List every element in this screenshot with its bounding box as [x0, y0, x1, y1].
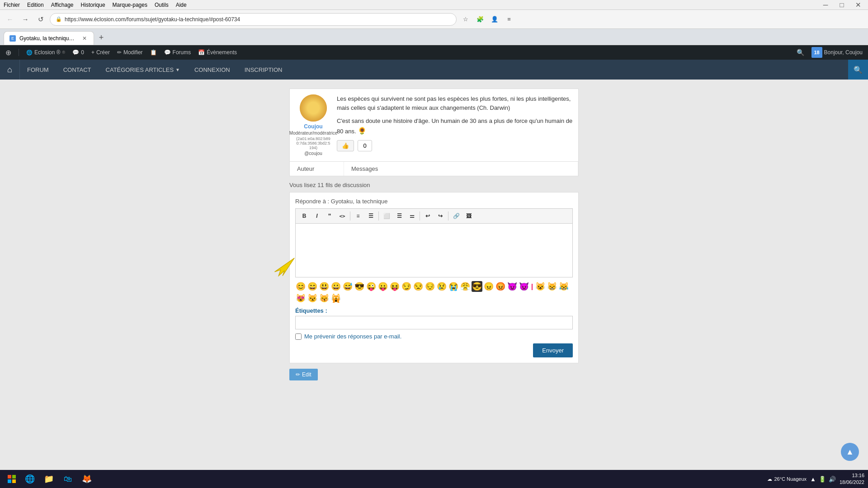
taskbar-explorer-icon[interactable]: 📁	[40, 471, 58, 487]
emoji-15[interactable]: 😤	[460, 281, 471, 292]
toolbar-ul-button[interactable]: ≡	[352, 211, 364, 221]
emoji-27[interactable]: 🙀	[330, 293, 341, 304]
toolbar-align-center-button[interactable]: ☰	[393, 211, 405, 221]
emoji-16[interactable]: 😎	[472, 281, 482, 292]
notify-label[interactable]: Me prévenir des réponses par e-mail.	[304, 333, 401, 340]
weather-widget[interactable]: ☁ 26°C Nuageux	[767, 476, 807, 482]
toolbar-bold-button[interactable]: B	[298, 211, 310, 221]
menu-outils[interactable]: Outils	[155, 2, 169, 8]
wp-search-icon[interactable]: 🔍	[797, 49, 804, 56]
menu-aide[interactable]: Aide	[176, 2, 187, 8]
battery-icon[interactable]: 🔋	[819, 476, 826, 483]
nav-contact[interactable]: CONTACT	[56, 60, 99, 80]
menu-marquepages[interactable]: Marque-pages	[113, 2, 147, 8]
emoji-19[interactable]: 😈	[507, 281, 518, 292]
emoji-18[interactable]: 😡	[495, 281, 506, 292]
emoji-24[interactable]: 😻	[295, 293, 306, 304]
emoji-8[interactable]: 😛	[377, 281, 388, 292]
emoji-17[interactable]: 😠	[483, 281, 494, 292]
wp-modifier-link[interactable]: ✏ Modifier	[117, 49, 143, 56]
taskbar-firefox-icon[interactable]: 🦊	[78, 471, 96, 487]
emoji-12[interactable]: 😔	[425, 281, 435, 292]
emoji-6[interactable]: 😎	[354, 281, 365, 292]
site-search-button[interactable]: 🔍	[848, 60, 868, 80]
toolbar-ol-button[interactable]: ☰	[365, 211, 377, 221]
emoji-20[interactable]: 👿	[519, 281, 529, 292]
wp-create-link[interactable]: + Créer	[91, 49, 110, 56]
reload-button[interactable]: ↺	[34, 13, 47, 26]
volume-icon[interactable]: 🔊	[829, 476, 836, 483]
notify-checkbox[interactable]	[295, 333, 302, 340]
submit-button[interactable]: Envoyer	[533, 343, 573, 357]
tab-active[interactable]: E Gyotaku, la technique - Éclosio... ✕	[4, 31, 94, 45]
wp-forums-link[interactable]: 💬 Forums	[164, 49, 191, 56]
forward-button[interactable]: →	[19, 13, 32, 26]
emoji-23[interactable]: 😹	[558, 281, 569, 292]
etiquettes-input[interactable]	[295, 316, 573, 329]
toolbar-image-button[interactable]: 🖼	[463, 211, 475, 221]
minimize-button[interactable]: ─	[819, 0, 832, 11]
back-button[interactable]: ←	[4, 13, 16, 26]
taskbar-store-icon[interactable]: 🛍	[59, 471, 77, 487]
account-icon[interactable]: 👤	[488, 13, 501, 26]
toolbar-redo-button[interactable]: ↪	[434, 211, 446, 221]
emoji-2[interactable]: 😄	[307, 281, 318, 292]
emoji-10[interactable]: 😏	[401, 281, 412, 292]
page-content: Coujou Modérateur/modératrice (2a01:e0a:…	[0, 80, 868, 389]
toolbar-undo-button[interactable]: ↩	[422, 211, 434, 221]
emoji-11[interactable]: 😒	[413, 281, 424, 292]
emoji-21[interactable]: 😺	[535, 281, 546, 292]
emoji-4[interactable]: 😀	[330, 281, 341, 292]
address-bar[interactable]: 🔒 https://www.éclosion.com/forums/sujet/…	[50, 13, 457, 26]
firefox-menu-icon[interactable]: ≡	[503, 13, 515, 26]
taskbar-edge-icon[interactable]: 🌐	[21, 471, 39, 487]
emoji-1[interactable]: 😊	[295, 281, 306, 292]
emoji-5[interactable]: 😅	[342, 281, 353, 292]
etiquettes-label: Étiquettes :	[295, 307, 573, 314]
extensions-icon[interactable]: 🧩	[474, 13, 486, 26]
emoji-3[interactable]: 😃	[319, 281, 330, 292]
scroll-top-button[interactable]: ▲	[841, 443, 859, 461]
nav-forum[interactable]: FORUM	[20, 60, 56, 80]
toolbar-blockquote-button[interactable]: "	[324, 211, 335, 221]
wp-site-link[interactable]: 🌐 Eclosion ® ®	[26, 49, 65, 56]
comments-count: 0	[81, 49, 84, 56]
wp-bbpress-icon[interactable]: 📋	[150, 49, 157, 56]
toolbar-italic-button[interactable]: I	[311, 211, 323, 221]
network-icon[interactable]: ▲	[810, 476, 816, 483]
toolbar-code-button[interactable]: <>	[336, 211, 348, 221]
bookmark-star-icon[interactable]: ☆	[459, 13, 472, 26]
restore-button[interactable]: □	[835, 0, 848, 11]
like-button[interactable]: 👍	[337, 140, 354, 151]
nav-connexion[interactable]: CONNEXION	[187, 60, 237, 80]
wp-events-link[interactable]: 📅 Évènements	[198, 49, 237, 56]
emoji-22[interactable]: 😸	[547, 281, 557, 292]
emoji-9[interactable]: 😝	[389, 281, 400, 292]
menu-historique[interactable]: Historique	[81, 2, 105, 8]
menu-fichier[interactable]: Fichier	[4, 2, 20, 8]
nav-categories[interactable]: CATÉGORIES ARTICLES ▼	[99, 60, 187, 80]
toolbar-align-left-button[interactable]: ⬜	[381, 211, 392, 221]
clock-widget[interactable]: 13:16 18/06/2022	[840, 472, 864, 486]
menu-edition[interactable]: Edition	[27, 2, 44, 8]
emoji-26[interactable]: 😽	[319, 293, 330, 304]
close-button[interactable]: ✕	[852, 0, 864, 11]
home-nav-button[interactable]: ⌂	[0, 60, 20, 80]
menu-affichage[interactable]: Affichage	[51, 2, 74, 8]
windows-start-button[interactable]	[4, 471, 20, 487]
edit-button[interactable]: ✏ Edit	[289, 369, 318, 380]
toolbar-sep-3	[420, 211, 420, 221]
wp-comments-link[interactable]: 💬 0	[72, 49, 84, 56]
emoji-13[interactable]: 😢	[436, 281, 447, 292]
nav-inscription[interactable]: INSCRIPTION	[237, 60, 290, 80]
new-tab-button[interactable]: +	[95, 31, 108, 44]
wp-user-greeting[interactable]: 18 Bonjour, Coujou	[811, 47, 863, 58]
wp-logo-icon[interactable]: ⊕	[5, 48, 11, 57]
emoji-7[interactable]: 😜	[366, 281, 377, 292]
reply-text-editor[interactable]	[295, 223, 573, 277]
toolbar-link-button[interactable]: 🔗	[450, 211, 462, 221]
tab-close-button[interactable]: ✕	[81, 35, 88, 42]
toolbar-justify-button[interactable]: ⚌	[406, 211, 418, 221]
emoji-14[interactable]: 😭	[448, 281, 459, 292]
emoji-25[interactable]: 😼	[307, 293, 318, 304]
